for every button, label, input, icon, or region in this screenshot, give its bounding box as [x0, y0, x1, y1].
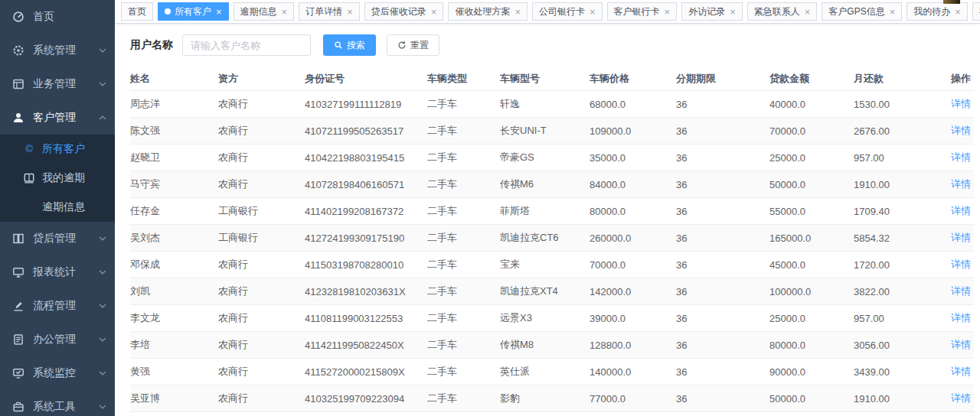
cell-model: 宝来	[500, 258, 590, 271]
detail-link[interactable]: 详情	[951, 178, 971, 190]
table-row: 马守宾农商行410728198406160571二手车传祺M684000.036…	[130, 171, 974, 198]
tab[interactable]: 客户银行卡×	[607, 2, 678, 21]
sidebar-subitem[interactable]: 我的逾期	[0, 164, 115, 193]
avatar[interactable]	[943, 0, 960, 4]
detail-link[interactable]: 详情	[951, 151, 971, 163]
search-button[interactable]: 搜索	[323, 34, 376, 56]
cell-model: 远景X3	[500, 311, 590, 325]
column-header: 车辆价格	[590, 72, 676, 86]
tab-label: 贷后催收记录	[371, 5, 426, 18]
cell-periods: 36	[676, 152, 769, 164]
chevron-up-icon	[98, 113, 107, 122]
close-icon[interactable]: ×	[347, 7, 353, 17]
chevron-down-icon	[98, 402, 107, 411]
cell-periods: 36	[676, 259, 769, 271]
column-header: 车辆型号	[500, 72, 590, 86]
active-tab-dot	[165, 8, 171, 15]
cell-loan: 90000.0	[769, 366, 854, 378]
close-icon[interactable]: ×	[282, 7, 288, 17]
cell-model: 菲斯塔	[500, 204, 590, 218]
tab-label: 外访记录	[688, 5, 725, 18]
reset-button[interactable]: 重置	[387, 34, 439, 56]
cell-price: 68000.0	[590, 99, 676, 110]
tab[interactable]: 紧急联系人×	[747, 2, 818, 21]
close-icon[interactable]: ×	[730, 7, 736, 17]
cell-id-number: 410422198803195415	[305, 152, 427, 164]
chevron-down-icon	[98, 369, 107, 378]
close-icon[interactable]: ×	[216, 7, 222, 17]
cell-id-number: 410728198406160571	[305, 179, 427, 190]
detail-link[interactable]: 详情	[951, 339, 971, 350]
detail-link[interactable]: 详情	[951, 258, 971, 270]
cell-name: 吴刘杰	[130, 231, 218, 245]
cell-vehicle-type: 二手车	[427, 392, 500, 405]
edit-icon	[12, 300, 24, 312]
cell-loan: 100000.0	[769, 286, 854, 297]
tab[interactable]: 客户GPS信息×	[822, 2, 902, 21]
detail-link[interactable]: 详情	[951, 366, 971, 377]
sidebar-item[interactable]: 办公管理	[0, 323, 115, 356]
cell-id-number: 410327199111112819	[305, 99, 427, 110]
sidebar-subitem[interactable]: ©所有客户	[0, 135, 115, 164]
tab[interactable]: 我的待办×	[906, 2, 968, 21]
cell-price: 77000.0	[590, 393, 676, 405]
sidebar-item-label: 报表统计	[33, 265, 76, 279]
close-icon[interactable]: ×	[955, 7, 961, 17]
monitor-icon	[12, 266, 24, 278]
detail-link[interactable]: 详情	[951, 312, 971, 323]
close-icon[interactable]: ×	[805, 7, 811, 17]
close-icon[interactable]: ×	[590, 7, 596, 17]
cell-price: 142000.0	[590, 286, 676, 297]
sidebar-item-label: 贷后管理	[33, 232, 76, 245]
close-icon[interactable]: ×	[514, 7, 521, 17]
sidebar-subitem-label: 我的逾期	[42, 171, 85, 185]
tab[interactable]: 所有客户×	[158, 2, 229, 21]
tab-label: 首页	[128, 5, 146, 18]
cell-vehicle-type: 二手车	[427, 338, 500, 352]
cell-action: 详情	[949, 97, 974, 111]
cell-action: 详情	[949, 258, 974, 271]
tab[interactable]: 我的流程×	[972, 2, 980, 21]
tab[interactable]: 外访记录×	[681, 2, 743, 21]
cell-funder: 农商行	[218, 365, 305, 379]
cell-periods: 36	[676, 179, 769, 190]
sidebar-item[interactable]: 客户管理	[0, 101, 115, 135]
cell-monthly: 3822.00	[854, 286, 949, 297]
sidebar-item[interactable]: 首页	[0, 0, 115, 34]
sidebar-subitem[interactable]: 逾期信息	[0, 193, 115, 222]
search-form: 用户名称 搜索 重置	[130, 34, 974, 56]
tab[interactable]: 贷后催收记录×	[364, 2, 444, 21]
detail-link[interactable]: 详情	[951, 285, 971, 297]
detail-link[interactable]: 详情	[951, 98, 971, 109]
tab[interactable]: 订单详情×	[299, 2, 360, 21]
sidebar-item[interactable]: 业务管理	[0, 67, 115, 101]
detail-link[interactable]: 详情	[951, 232, 971, 243]
tab[interactable]: 公司银行卡×	[532, 2, 603, 21]
sidebar-item[interactable]: 流程管理	[0, 289, 115, 323]
sidebar-item[interactable]: 贷后管理	[0, 222, 115, 255]
cell-funder: 农商行	[218, 151, 305, 164]
detail-link[interactable]: 详情	[951, 125, 971, 136]
cell-monthly: 1910.00	[854, 393, 949, 405]
cell-vehicle-type: 二手车	[427, 365, 500, 379]
detail-link[interactable]: 详情	[951, 392, 971, 404]
close-icon[interactable]: ×	[665, 7, 671, 17]
sidebar-item[interactable]: 系统监控	[0, 356, 115, 390]
table-row: 吴亚博农商行410325199709223094二手车影豹77000.03650…	[130, 385, 974, 412]
close-icon[interactable]: ×	[890, 7, 896, 17]
tab[interactable]: 逾期信息×	[234, 2, 295, 21]
sidebar-item-label: 办公管理	[33, 333, 76, 346]
tab[interactable]: 首页	[121, 2, 153, 21]
cell-periods: 36	[676, 99, 769, 110]
sidebar-item[interactable]: 系统工具	[0, 390, 115, 416]
close-icon[interactable]: ×	[431, 7, 437, 17]
detail-link[interactable]: 详情	[951, 205, 971, 216]
sidebar-item[interactable]: 报表统计	[0, 255, 115, 289]
search-input[interactable]	[182, 34, 311, 56]
user-icon	[12, 112, 24, 124]
cell-monthly: 1709.40	[854, 206, 949, 217]
cell-periods: 36	[676, 366, 769, 378]
search-button-label: 搜索	[347, 39, 365, 52]
tab[interactable]: 催收处理方案×	[448, 2, 528, 21]
sidebar-item[interactable]: 系统管理	[0, 34, 115, 67]
